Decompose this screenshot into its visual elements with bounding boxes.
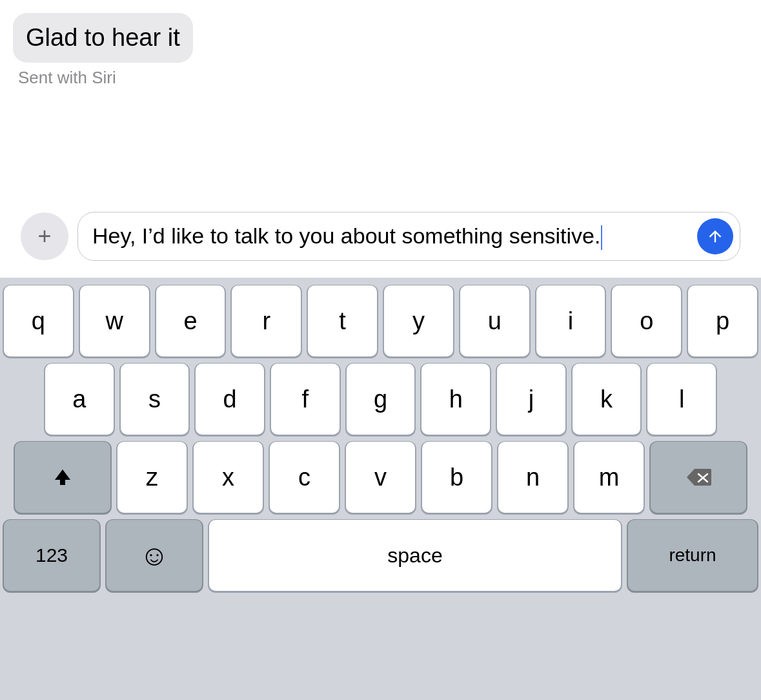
text-cursor (601, 225, 602, 250)
numbers-key[interactable]: 123 (4, 520, 99, 591)
space-label: space (387, 544, 442, 568)
key-z[interactable]: z (117, 442, 187, 513)
key-v[interactable]: v (346, 442, 415, 513)
key-u[interactable]: u (460, 285, 529, 356)
input-row: + Hey, I’d like to talk to you about som… (13, 205, 748, 267)
key-b[interactable]: b (422, 442, 491, 513)
keyboard-row-2: a s d f g h j k l (4, 364, 757, 435)
key-s[interactable]: s (121, 364, 189, 435)
key-j[interactable]: j (497, 364, 565, 435)
key-l[interactable]: l (647, 364, 716, 435)
key-n[interactable]: n (498, 442, 567, 513)
message-input-text[interactable]: Hey, I’d like to talk to you about somet… (92, 221, 602, 251)
key-g[interactable]: g (347, 364, 415, 435)
key-y[interactable]: y (384, 285, 453, 356)
key-w[interactable]: w (80, 285, 149, 356)
send-arrow-icon (706, 227, 724, 245)
message-area: Glad to hear it Sent with Siri + Hey, I’… (0, 0, 761, 278)
input-text-content: Hey, I’d like to talk to you about somet… (92, 223, 600, 248)
key-r[interactable]: r (232, 285, 301, 356)
keyboard-bottom-row: 123 ☺ space return (4, 520, 757, 601)
key-q[interactable]: q (4, 285, 73, 356)
return-label: return (669, 545, 716, 566)
key-c[interactable]: c (270, 442, 339, 513)
key-t[interactable]: t (308, 285, 377, 356)
space-key[interactable]: space (209, 520, 621, 591)
shift-key[interactable] (15, 442, 110, 513)
message-input-wrapper[interactable]: Hey, I’d like to talk to you about somet… (77, 212, 740, 261)
send-button[interactable] (697, 218, 733, 254)
key-a[interactable]: a (45, 364, 114, 435)
return-key[interactable]: return (628, 520, 757, 591)
key-p[interactable]: p (688, 285, 757, 356)
key-i[interactable]: i (536, 285, 605, 356)
key-k[interactable]: k (573, 364, 641, 435)
received-text: Glad to hear it (26, 24, 180, 51)
key-x[interactable]: x (194, 442, 263, 513)
delete-key[interactable] (651, 442, 746, 513)
key-m[interactable]: m (574, 442, 644, 513)
keyboard: q w e r t y u i o p a s d f g h j k l z … (0, 278, 761, 700)
plus-button[interactable]: + (21, 212, 68, 260)
plus-icon: + (37, 225, 51, 248)
shift-icon (51, 466, 74, 489)
delete-icon (685, 468, 711, 487)
keyboard-row-3: z x c v b n m (4, 442, 757, 513)
emoji-icon: ☺ (140, 539, 169, 571)
key-d[interactable]: d (196, 364, 264, 435)
key-o[interactable]: o (612, 285, 681, 356)
emoji-key[interactable]: ☺ (107, 520, 202, 591)
keyboard-row-1: q w e r t y u i o p (4, 285, 757, 356)
key-h[interactable]: h (421, 364, 490, 435)
sent-with-siri-label: Sent with Siri (18, 68, 748, 88)
received-bubble: Glad to hear it (13, 13, 193, 63)
key-f[interactable]: f (271, 364, 340, 435)
numbers-label: 123 (36, 544, 68, 566)
key-e[interactable]: e (156, 285, 225, 356)
